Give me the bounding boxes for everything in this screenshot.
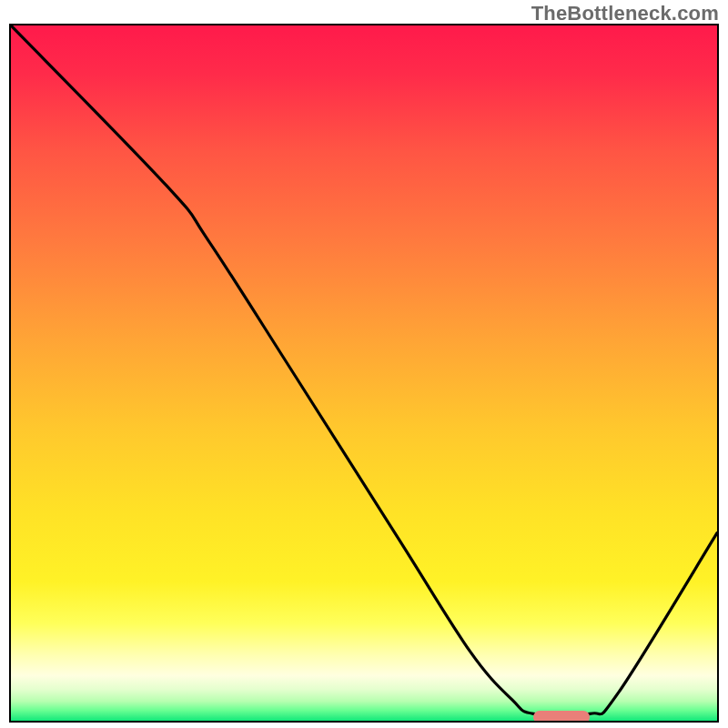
plot-area — [9, 24, 719, 723]
optimal-zone-marker — [533, 711, 590, 723]
watermark: TheBottleneck.com — [531, 2, 719, 25]
chart-container: TheBottleneck.com — [0, 0, 728, 728]
bottleneck-curve — [11, 25, 717, 721]
